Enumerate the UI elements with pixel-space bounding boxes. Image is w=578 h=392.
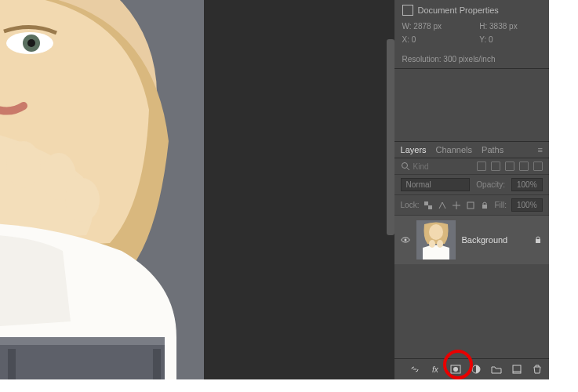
canvas-dark-area bbox=[204, 0, 394, 379]
svg-point-5 bbox=[6, 141, 41, 188]
canvas-photo[interactable] bbox=[0, 0, 204, 379]
layer-filter-input[interactable] bbox=[413, 162, 460, 171]
adjustment-layer-icon[interactable] bbox=[471, 364, 482, 375]
tab-paths[interactable]: Paths bbox=[482, 145, 503, 154]
search-icon bbox=[401, 162, 410, 171]
filter-smart-icon[interactable] bbox=[533, 162, 543, 171]
svg-rect-16 bbox=[467, 202, 474, 209]
svg-point-22 bbox=[429, 224, 443, 240]
fill-input[interactable]: 100% bbox=[511, 198, 543, 212]
add-mask-icon[interactable] bbox=[450, 364, 461, 375]
svg-rect-10 bbox=[8, 349, 16, 379]
svg-point-23 bbox=[429, 240, 435, 248]
filter-pixel-icon[interactable] bbox=[477, 162, 486, 171]
svg-point-28 bbox=[453, 367, 458, 372]
lock-label: Lock: bbox=[401, 201, 420, 209]
layer-style-icon[interactable]: fx bbox=[430, 364, 441, 375]
opacity-input[interactable]: 100% bbox=[511, 178, 543, 191]
blend-mode-select[interactable]: Normal bbox=[401, 178, 471, 191]
width-field[interactable]: W: 2878 px bbox=[402, 22, 464, 31]
layer-lock-icon[interactable] bbox=[533, 235, 543, 245]
y-field[interactable]: Y: 0 bbox=[479, 35, 541, 44]
layer-filter-row bbox=[394, 158, 549, 175]
svg-point-12 bbox=[402, 163, 407, 169]
filter-type-icon[interactable] bbox=[505, 162, 514, 171]
vertical-scrollbar[interactable] bbox=[387, 39, 394, 235]
blend-row: Normal Opacity: 100% bbox=[394, 175, 549, 195]
layers-empty-area bbox=[394, 264, 549, 358]
svg-point-19 bbox=[404, 239, 406, 241]
properties-panel: Document Properties W: 2878 px H: 3838 p… bbox=[394, 0, 549, 69]
lock-transparency-icon[interactable] bbox=[424, 201, 433, 210]
layers-bottom-bar: fx bbox=[394, 358, 549, 379]
layer-row[interactable]: Background bbox=[394, 216, 549, 264]
lock-position-icon[interactable] bbox=[452, 201, 461, 210]
properties-title: Document Properties bbox=[418, 5, 499, 15]
app-window: Document Properties W: 2878 px H: 3838 p… bbox=[0, 0, 549, 379]
svg-text:fx: fx bbox=[432, 365, 439, 374]
svg-point-7 bbox=[65, 178, 100, 222]
svg-rect-14 bbox=[424, 201, 428, 205]
panel-tabs: Layers Channels Paths ≡ bbox=[394, 142, 549, 158]
tab-channels[interactable]: Channels bbox=[436, 145, 472, 154]
panel-spacer bbox=[394, 69, 549, 141]
svg-line-13 bbox=[407, 168, 409, 170]
lock-row: Lock: Fill: 100% bbox=[394, 195, 549, 216]
lock-pixels-icon[interactable] bbox=[438, 201, 447, 210]
tab-layers[interactable]: Layers bbox=[401, 145, 427, 154]
new-group-icon[interactable] bbox=[491, 364, 502, 375]
height-field[interactable]: H: 3838 px bbox=[479, 22, 541, 31]
delete-layer-icon[interactable] bbox=[532, 364, 543, 375]
filter-shape-icon[interactable] bbox=[519, 162, 529, 171]
link-layers-icon[interactable] bbox=[409, 364, 420, 375]
x-field[interactable]: X: 0 bbox=[402, 35, 464, 44]
right-panels: Document Properties W: 2878 px H: 3838 p… bbox=[394, 0, 549, 379]
layers-panel: Layers Channels Paths ≡ Normal Opacity: bbox=[394, 141, 549, 379]
svg-rect-11 bbox=[153, 349, 161, 379]
svg-rect-15 bbox=[428, 205, 432, 209]
fill-label: Fill: bbox=[494, 201, 507, 209]
resolution-field[interactable]: Resolution: 300 pixels/inch bbox=[402, 55, 541, 64]
document-icon bbox=[402, 5, 413, 16]
opacity-label: Opacity: bbox=[476, 180, 505, 189]
svg-point-24 bbox=[437, 240, 443, 248]
svg-point-4 bbox=[27, 39, 35, 47]
visibility-eye-icon[interactable] bbox=[401, 235, 410, 245]
properties-header: Document Properties bbox=[402, 5, 541, 16]
layer-name[interactable]: Background bbox=[462, 235, 527, 245]
lock-artboard-icon[interactable] bbox=[466, 201, 475, 210]
layer-thumbnail[interactable] bbox=[416, 220, 456, 260]
filter-adjustment-icon[interactable] bbox=[491, 162, 500, 171]
canvas-area bbox=[0, 0, 394, 379]
svg-rect-9 bbox=[0, 337, 165, 345]
svg-rect-25 bbox=[536, 239, 540, 243]
svg-rect-17 bbox=[482, 205, 487, 209]
lock-all-icon[interactable] bbox=[480, 201, 489, 210]
new-layer-icon[interactable] bbox=[511, 364, 522, 375]
panel-menu-icon[interactable]: ≡ bbox=[538, 145, 543, 154]
